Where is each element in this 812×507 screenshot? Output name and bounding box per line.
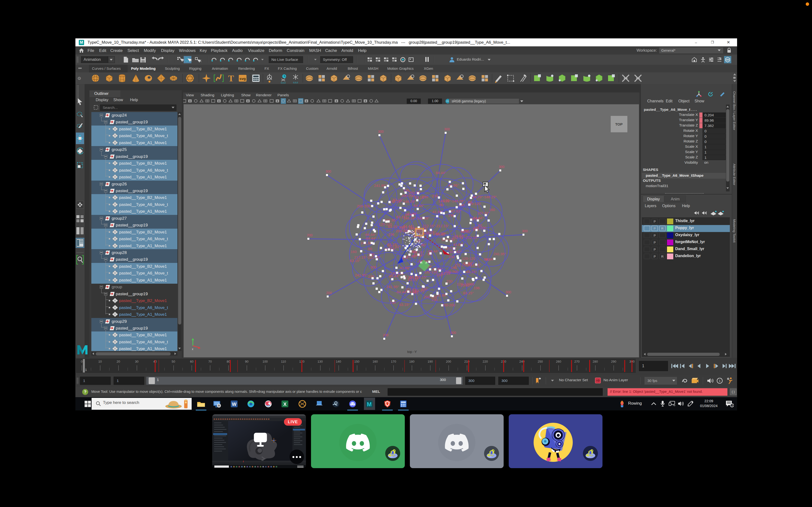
svg-text:M: M xyxy=(367,401,372,407)
svg-text:196: 196 xyxy=(448,213,454,217)
svg-text:200: 200 xyxy=(383,333,389,337)
svg-text:84.44°: 84.44° xyxy=(484,257,495,261)
svg-text:148.29°-148.29°: 148.29°-148.29° xyxy=(389,200,416,204)
svg-text:80: 80 xyxy=(368,247,372,251)
svg-text:196: 196 xyxy=(474,286,480,290)
svg-text:300: 300 xyxy=(378,130,384,133)
svg-text:-84.44°: -84.44° xyxy=(427,249,439,253)
svg-text:84.44°: 84.44° xyxy=(436,232,447,236)
svg-text:top -Y: top -Y xyxy=(407,350,417,354)
svg-text:212.15°-212.15°: 212.15°-212.15° xyxy=(452,235,478,239)
svg-text:200-200: 200-200 xyxy=(357,204,370,208)
svg-text:3: 3 xyxy=(731,404,733,407)
svg-text:0,0,0: 0,0,0 xyxy=(281,81,286,84)
svg-text:80: 80 xyxy=(468,200,472,204)
svg-text:T: T xyxy=(228,74,234,83)
svg-text:1: 1 xyxy=(81,163,83,165)
svg-text:107.82°: 107.82° xyxy=(477,211,490,215)
svg-text:63.15°: 63.15° xyxy=(350,259,360,263)
svg-text:1: 1 xyxy=(719,379,720,383)
svg-text:230: 230 xyxy=(449,255,455,259)
svg-text:200-200: 200-200 xyxy=(445,270,458,274)
svg-text:84.44°: 84.44° xyxy=(436,171,446,175)
svg-text:-84.44°: -84.44° xyxy=(365,236,376,240)
svg-text:-84.44°: -84.44° xyxy=(472,216,484,220)
svg-text:300: 300 xyxy=(499,165,505,169)
svg-text:svg: svg xyxy=(240,76,246,80)
svg-text:TOP: TOP xyxy=(615,122,623,126)
svg-text:148.29°-148.29°: 148.29°-148.29° xyxy=(438,199,464,203)
svg-text:X: X xyxy=(283,401,287,407)
svg-text:0,0,0: 0,0,0 xyxy=(293,81,298,84)
svg-text:W: W xyxy=(232,401,237,407)
svg-text:63.15°: 63.15° xyxy=(388,225,399,229)
svg-text:80: 80 xyxy=(439,203,444,207)
svg-text:241.95°: 241.95° xyxy=(387,285,399,289)
svg-text:200-200: 200-200 xyxy=(442,303,455,307)
svg-text:148.29°-148.29°: 148.29°-148.29° xyxy=(403,216,429,220)
svg-text:300: 300 xyxy=(522,229,528,233)
svg-text:200: 200 xyxy=(326,291,332,295)
svg-text:63.15°: 63.15° xyxy=(399,302,410,306)
svg-text:120-120: 120-120 xyxy=(462,257,475,261)
svg-text:230: 230 xyxy=(432,194,438,198)
svg-text:80: 80 xyxy=(470,282,474,286)
svg-text:63.15°: 63.15° xyxy=(463,291,474,295)
svg-text:196: 196 xyxy=(451,266,457,270)
svg-text:230: 230 xyxy=(436,273,442,277)
svg-text:148.29°-148.29°: 148.29°-148.29° xyxy=(470,195,497,199)
svg-text:300: 300 xyxy=(325,169,331,173)
svg-text:107.82°: 107.82° xyxy=(388,244,401,249)
svg-text:241.95°: 241.95° xyxy=(409,190,421,194)
svg-text:41.86°: 41.86° xyxy=(400,266,410,270)
svg-text:80: 80 xyxy=(478,223,482,227)
svg-text:84.44°: 84.44° xyxy=(413,204,424,208)
svg-text:300: 300 xyxy=(444,127,450,131)
svg-text:300: 300 xyxy=(506,290,511,294)
svg-text:241.95°: 241.95° xyxy=(494,252,506,256)
svg-text:300: 300 xyxy=(451,331,456,335)
svg-text:x: x xyxy=(192,347,193,351)
svg-text:241.95°: 241.95° xyxy=(355,273,367,277)
svg-text:63.15°: 63.15° xyxy=(466,270,477,274)
svg-text:41.86°: 41.86° xyxy=(448,183,459,187)
svg-text:84.44°: 84.44° xyxy=(405,213,416,217)
svg-text:63.15°: 63.15° xyxy=(408,278,418,282)
svg-text:20.62°: 20.62° xyxy=(461,283,471,287)
svg-text:300: 300 xyxy=(370,265,376,269)
svg-text:196: 196 xyxy=(388,232,394,236)
svg-text:200: 200 xyxy=(307,233,313,237)
svg-text:63.15°: 63.15° xyxy=(415,195,425,200)
svg-text:-84.44°: -84.44° xyxy=(364,232,376,237)
svg-text:160: 160 xyxy=(351,249,357,254)
svg-text:Par: Par xyxy=(673,405,675,406)
